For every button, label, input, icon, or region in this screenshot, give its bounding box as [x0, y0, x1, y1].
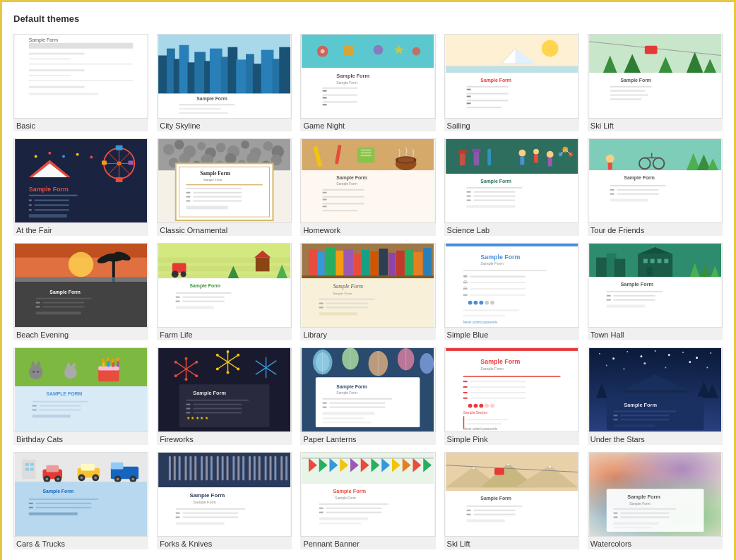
- theme-game-night[interactable]: ★ Sample Form Sample Form Game Night: [300, 34, 435, 131]
- svg-rect-160: [323, 189, 364, 191]
- svg-rect-190: [466, 196, 470, 197]
- svg-rect-293: [470, 294, 526, 296]
- svg-rect-508: [195, 456, 197, 480]
- svg-text:Never submit passwords: Never submit passwords: [463, 427, 497, 431]
- theme-farm-life[interactable]: Sample Form Farm Life: [157, 243, 292, 340]
- theme-label-basic: Basic: [13, 119, 148, 131]
- svg-rect-258: [354, 254, 361, 275]
- svg-rect-463: [613, 415, 617, 416]
- svg-rect-504: [174, 456, 176, 480]
- svg-rect-5: [29, 69, 85, 71]
- svg-text:★: ★: [302, 35, 310, 37]
- theme-label-city-skyline: City Skyline: [157, 119, 292, 131]
- theme-simple-pink[interactable]: Sample Form Sample Form Sample Section: [444, 347, 579, 445]
- svg-point-492: [131, 477, 134, 480]
- theme-paper-lanterns[interactable]: Sample Form Sample Form Paper Lanterns: [300, 347, 435, 445]
- theme-pennant-banner[interactable]: Sample Form Sample Form Pennant Banner: [300, 452, 435, 549]
- svg-rect-227: [43, 302, 85, 304]
- theme-city-skyline[interactable]: Sample Form City Skyline: [157, 34, 292, 131]
- svg-point-343: [112, 359, 114, 363]
- svg-rect-464: [620, 415, 669, 416]
- theme-basic[interactable]: Sample Form Basic: [13, 34, 148, 131]
- svg-rect-321: [613, 295, 655, 297]
- themes-grid: Sample Form Basic: [13, 34, 723, 549]
- svg-point-344: [117, 357, 119, 362]
- svg-rect-349: [40, 405, 81, 407]
- svg-rect-170: [458, 150, 466, 154]
- theme-under-the-stars[interactable]: Sample Form Under the Stars: [588, 347, 723, 445]
- svg-rect-109: [29, 214, 67, 218]
- svg-point-361: [195, 361, 198, 364]
- svg-text:Sample Form: Sample Form: [333, 283, 364, 290]
- svg-rect-387: [186, 404, 191, 405]
- svg-rect-268: [302, 278, 434, 327]
- theme-library[interactable]: Sample Form Sample Form Library: [300, 243, 435, 340]
- theme-simple-blue[interactable]: Sample Form Sample Form: [444, 243, 579, 340]
- svg-rect-307: [638, 254, 672, 277]
- svg-rect-322: [607, 299, 611, 301]
- theme-label-town-hall: Town Hall: [588, 328, 723, 340]
- theme-birthday-cats[interactable]: SAMPLE FORM Birthday Cats: [13, 347, 148, 445]
- svg-rect-250: [176, 306, 214, 309]
- svg-rect-276: [319, 312, 357, 315]
- theme-label-fireworks: Fireworks: [157, 432, 292, 445]
- svg-point-442: [627, 351, 628, 352]
- theme-tour-de-friends[interactable]: Sample Form Tour de Friends: [588, 138, 723, 236]
- svg-point-178: [546, 151, 553, 158]
- svg-point-445: [668, 354, 670, 356]
- theme-label-library: Library: [300, 328, 435, 340]
- svg-rect-411: [323, 407, 327, 408]
- svg-text:Sample Form: Sample Form: [480, 358, 520, 365]
- theme-sailing[interactable]: Sample Form Sailing: [444, 34, 579, 131]
- svg-rect-3: [29, 58, 71, 59]
- svg-rect-573: [466, 510, 470, 511]
- svg-rect-506: [185, 456, 187, 480]
- svg-text:Sample Form: Sample Form: [337, 73, 370, 79]
- theme-at-the-fair[interactable]: Sample Form At the Fair: [13, 138, 148, 236]
- theme-ski-lift[interactable]: Sample Form Ski Lift: [588, 34, 723, 131]
- svg-rect-226: [36, 302, 40, 304]
- svg-rect-266: [424, 248, 432, 275]
- svg-rect-352: [32, 415, 71, 417]
- theme-classic-ornamental[interactable]: Sample Form Sample Form Classic Ornament…: [157, 138, 292, 236]
- svg-point-331: [37, 371, 39, 373]
- theme-beach-evening[interactable]: Sample Form Beach Evening: [13, 243, 148, 340]
- svg-rect-105: [29, 204, 32, 205]
- theme-label-paper-lanterns: Paper Lanterns: [300, 432, 435, 445]
- theme-homework[interactable]: Sample Form Sample Form Homework: [300, 138, 435, 236]
- svg-rect-230: [36, 311, 81, 314]
- svg-rect-63: [466, 93, 508, 95]
- theme-cars-trucks[interactable]: Sample Form Cars & Trucks: [13, 452, 148, 549]
- svg-rect-310: [651, 259, 655, 263]
- svg-rect-532: [176, 516, 180, 518]
- svg-rect-426: [470, 392, 526, 393]
- theme-forks-knives[interactable]: Sample Form Sample Form Forks & Knives: [157, 452, 292, 549]
- svg-rect-522: [270, 456, 272, 480]
- svg-point-376: [216, 368, 219, 371]
- svg-rect-209: [610, 189, 614, 191]
- svg-text:Sample Form: Sample Form: [337, 81, 357, 85]
- svg-point-99: [76, 153, 79, 156]
- svg-rect-194: [466, 205, 515, 208]
- theme-science-lab[interactable]: Sample Form Science Lab: [444, 138, 579, 236]
- svg-rect-32: [179, 108, 221, 109]
- svg-point-360: [185, 357, 188, 360]
- svg-rect-267: [302, 275, 434, 278]
- theme-town-hall[interactable]: Sample Form Town Hall: [588, 243, 723, 340]
- svg-rect-165: [323, 205, 327, 207]
- svg-rect-50: [323, 101, 357, 102]
- svg-rect-8: [29, 86, 85, 88]
- svg-point-98: [62, 155, 65, 158]
- theme-watercolors[interactable]: Sample Form Sample Form Watercolors: [588, 452, 723, 549]
- svg-text:Sample Form: Sample Form: [337, 175, 368, 181]
- theme-ski-lift-2[interactable]: Sample Form Ski Lift: [444, 452, 579, 549]
- svg-rect-166: [323, 210, 357, 211]
- svg-text:Sample Form: Sample Form: [624, 402, 657, 408]
- theme-fireworks[interactable]: Sample Form ★ ★ ★ ★ ★ Fireworks: [157, 347, 292, 445]
- svg-rect-185: [446, 174, 578, 222]
- svg-point-341: [102, 359, 105, 363]
- svg-rect-163: [323, 199, 327, 201]
- svg-point-375: [227, 371, 230, 374]
- svg-point-430: [473, 404, 477, 408]
- svg-rect-496: [29, 503, 33, 504]
